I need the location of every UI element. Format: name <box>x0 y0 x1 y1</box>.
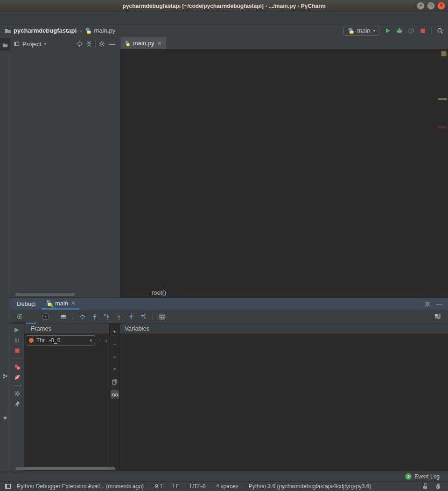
close-icon[interactable]: ✕ <box>157 40 162 47</box>
toggle-toolwindows-icon[interactable] <box>5 483 11 490</box>
breadcrumb-file[interactable]: main.py <box>94 27 115 34</box>
thread-select[interactable]: Thr...-0_0 ▾ <box>26 335 95 346</box>
debug-session-name: main <box>55 300 68 307</box>
variables-panel-title: Variables <box>120 324 448 334</box>
pause-button[interactable] <box>14 337 21 344</box>
evaluate-expression-button[interactable] <box>157 311 168 322</box>
chevron-down-icon: ▾ <box>373 28 375 33</box>
locate-file-button[interactable] <box>77 41 83 47</box>
mute-breakpoints-button[interactable] <box>14 374 21 380</box>
hide-panel-button[interactable]: — <box>436 300 442 307</box>
move-up-button[interactable]: ▲ <box>111 353 119 361</box>
warning-stripe-mark[interactable] <box>438 98 447 100</box>
close-icon[interactable]: ✕ <box>71 300 76 306</box>
interpreter-info[interactable]: Python 3.6 (pycharmdebugfastapi-9cdjtyrg… <box>249 483 371 490</box>
tool-window-bar: 3 Event Log <box>0 471 448 481</box>
resume-button[interactable] <box>14 327 21 333</box>
debug-tool-window: Debug: main ✕ — <box>10 297 448 471</box>
toolbar-divider <box>431 27 432 35</box>
settings-gear-icon[interactable] <box>14 390 21 397</box>
menu-bar <box>0 12 448 24</box>
add-watch-button[interactable]: + <box>111 327 119 336</box>
thread-status-icon <box>29 338 34 343</box>
debug-header: Debug: main ✕ — <box>10 298 448 310</box>
sidebar-item-structure[interactable] <box>0 369 10 381</box>
sidebar-item-favorites[interactable]: ★ <box>0 410 10 423</box>
chevron-down-icon: ▾ <box>90 338 92 343</box>
rerun-button[interactable] <box>14 311 25 322</box>
search-icon[interactable] <box>437 28 443 34</box>
layout-settings-button[interactable] <box>432 311 443 322</box>
run-button[interactable] <box>385 28 391 34</box>
collapse-all-button[interactable] <box>86 41 92 47</box>
breadcrumb-project[interactable]: pycharmdebugfastapi <box>14 27 77 34</box>
remove-watch-button[interactable]: − <box>111 340 119 348</box>
star-icon: ★ <box>3 415 8 421</box>
caret-position[interactable]: 9:1 <box>155 483 163 490</box>
file-encoding[interactable]: UTF-8 <box>190 483 206 490</box>
debug-session-tab[interactable]: main ✕ <box>42 298 79 310</box>
tool-window-strip: ★ <box>0 37 10 471</box>
breadcrumb-separator: › <box>79 27 83 34</box>
editor-tab-main-py[interactable]: main.py ✕ <box>120 37 166 49</box>
line-separator[interactable]: LF <box>173 483 180 490</box>
indent-style[interactable]: 4 spaces <box>216 483 238 490</box>
hide-panel-button[interactable]: — <box>108 41 116 48</box>
thread-name: Thr...-0_0 <box>36 337 87 344</box>
event-log-button[interactable]: 3 Event Log <box>400 471 444 482</box>
threads-view-button[interactable] <box>58 311 69 322</box>
frames-panel-title: Frames <box>24 324 109 334</box>
project-tool-window: Project ▾ — <box>10 37 120 297</box>
editor-tab-label: main.py <box>133 40 154 47</box>
debug-title: Debug: <box>17 300 36 307</box>
pin-tab-button[interactable] <box>14 401 21 407</box>
maximize-button[interactable]: □ <box>427 2 435 10</box>
tab-debugger[interactable] <box>26 310 36 324</box>
step-into-button[interactable] <box>89 311 100 322</box>
force-step-into-button[interactable] <box>113 311 125 322</box>
project-view-title[interactable]: Project <box>22 41 41 48</box>
sidebar-item-project[interactable] <box>0 38 10 50</box>
inspection-status-indicator[interactable] <box>441 51 447 56</box>
show-watches-button[interactable] <box>111 390 119 399</box>
move-down-button[interactable]: ▼ <box>111 365 119 373</box>
next-frame-button[interactable]: ↓ <box>105 337 107 344</box>
step-out-button[interactable] <box>126 311 137 322</box>
event-log-badge: 3 <box>405 473 412 480</box>
run-to-cursor-button[interactable] <box>138 311 149 322</box>
toolbar-divider <box>73 313 73 320</box>
settings-gear-icon[interactable] <box>98 41 105 47</box>
variables-panel: Variables <box>120 324 448 471</box>
tab-console[interactable] <box>37 310 57 324</box>
lock-icon[interactable] <box>422 483 428 490</box>
run-configuration-select[interactable]: main ▾ <box>343 26 379 36</box>
horizontal-scrollbar[interactable] <box>15 293 75 296</box>
toolbar-divider <box>95 40 96 48</box>
step-into-my-code-button[interactable] <box>101 311 112 322</box>
navigation-bar: pycharmdebugfastapi › main.py main ▾ <box>0 24 448 37</box>
horizontal-scrollbar[interactable] <box>15 467 115 470</box>
previous-frame-button[interactable]: ↑ <box>98 337 101 344</box>
highlighting-level-icon[interactable] <box>435 483 441 490</box>
run-configuration-name: main <box>357 27 370 34</box>
debug-button[interactable] <box>396 28 403 34</box>
title-bar: pycharmdebugfastapi [~/code/pycharmdebug… <box>0 0 448 12</box>
minimize-button[interactable]: – <box>417 2 425 10</box>
stop-button[interactable] <box>420 28 426 34</box>
editor-breadcrumb[interactable]: root() <box>120 287 448 297</box>
breakpoint-stripe-mark[interactable] <box>438 126 447 128</box>
window-title: pycharmdebugfastapi [~/code/pycharmdebug… <box>122 3 325 9</box>
toolbar-divider <box>13 359 21 359</box>
duplicate-watch-button[interactable] <box>111 378 119 386</box>
stop-button[interactable] <box>14 347 21 354</box>
chevron-down-icon[interactable]: ▾ <box>44 41 46 46</box>
status-message[interactable]: Python Debugger Extension Avail... (mome… <box>17 483 144 490</box>
settings-gear-icon[interactable] <box>424 301 431 307</box>
coverage-button[interactable] <box>408 28 414 34</box>
view-breakpoints-button[interactable] <box>14 364 21 370</box>
step-over-button[interactable] <box>77 311 88 322</box>
editor-area: main.py ✕ root() <box>120 37 448 297</box>
debug-session-indicator <box>50 304 53 307</box>
close-button[interactable]: ✕ <box>437 2 445 10</box>
editor-tab-bar: main.py ✕ <box>120 37 448 49</box>
